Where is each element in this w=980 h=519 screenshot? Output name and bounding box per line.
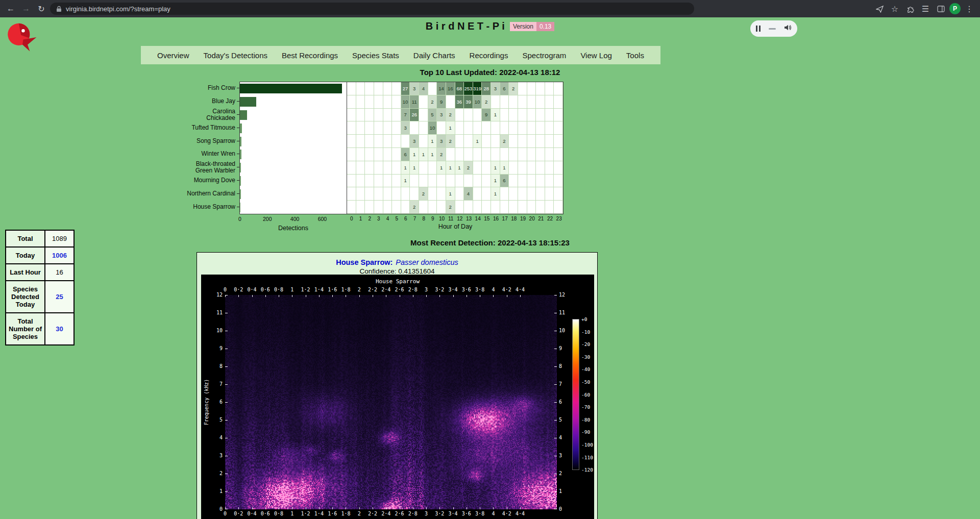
audio-player[interactable] xyxy=(750,20,797,37)
stats-value[interactable]: 1006 xyxy=(45,247,74,264)
heatmap-cell xyxy=(518,201,527,214)
heatmap-cell: 2 xyxy=(437,148,446,161)
time-tick-label: 2·4 xyxy=(381,511,390,516)
hour-tick-label: 18 xyxy=(509,216,519,221)
heatmap-cell xyxy=(518,135,527,148)
pause-icon[interactable] xyxy=(756,26,761,32)
stats-row: Species Detected Today25 xyxy=(6,281,74,313)
forward-icon[interactable]: → xyxy=(19,2,33,15)
heatmap-cell: 1 xyxy=(428,148,437,161)
time-tick-label: 1 xyxy=(290,287,293,292)
nav-item-best-recordings[interactable]: Best Recordings xyxy=(282,51,338,60)
send-icon[interactable] xyxy=(873,2,886,15)
heatmap-cell xyxy=(545,175,554,188)
hour-tick-label: 4 xyxy=(383,216,393,221)
heatmap-cell: 9 xyxy=(482,109,491,122)
heatmap-cell xyxy=(365,187,374,201)
heatmap-cell xyxy=(545,187,554,201)
nav-item-tools[interactable]: Tools xyxy=(626,51,644,60)
heatmap-cell xyxy=(473,187,482,201)
nav-item-species-stats[interactable]: Species Stats xyxy=(352,51,399,60)
detection-count-bar xyxy=(240,163,241,172)
heatmap-cell: 4 xyxy=(464,187,473,201)
bar-tick-label: 400 xyxy=(290,216,300,222)
back-icon[interactable]: ← xyxy=(4,2,17,15)
nav-item-daily-charts[interactable]: Daily Charts xyxy=(413,51,455,60)
heatmap-cell: 26 xyxy=(410,109,419,122)
heatmap-cell xyxy=(428,187,437,201)
heatmap-cell: 1 xyxy=(401,175,410,188)
birdnet-pi-page: B i r d N E T - P iVersion0.13 OverviewT… xyxy=(0,17,980,519)
nav-item-view-log[interactable]: View Log xyxy=(580,51,611,60)
nav-item-spectrogram[interactable]: Spectrogram xyxy=(522,51,566,60)
heatmap-cell: 1 xyxy=(437,161,446,175)
bookmark-star-icon[interactable]: ☆ xyxy=(888,2,901,15)
stats-label: Today xyxy=(6,247,45,264)
heatmap-cell xyxy=(392,175,401,188)
stats-value[interactable]: 25 xyxy=(45,281,74,313)
freq-tick-label: 0 xyxy=(212,506,223,512)
heatmap-cell: 2 xyxy=(446,135,455,148)
heatmap-cell xyxy=(500,187,509,201)
db-tick-label: -60 xyxy=(581,392,590,398)
bar-tick-label: 200 xyxy=(263,216,272,222)
hour-axis-ticks: 01234567891011121314151617181920212223 xyxy=(347,216,564,221)
heatmap-cell: 27 xyxy=(401,82,410,95)
heatmap-cell xyxy=(437,187,446,201)
volume-icon[interactable] xyxy=(783,23,792,34)
reload-icon[interactable]: ↻ xyxy=(35,2,48,15)
side-panel-icon[interactable] xyxy=(934,2,947,15)
extensions-puzzle-icon[interactable] xyxy=(903,2,917,15)
species-label: Tufted Titmouse xyxy=(153,121,239,134)
heatmap-cell xyxy=(356,135,365,148)
bar-row xyxy=(240,82,347,95)
audio-scrubber[interactable] xyxy=(769,28,776,30)
time-tick-label: 1·6 xyxy=(328,287,337,292)
time-tick-label: 0·2 xyxy=(234,511,243,516)
heatmap-cell xyxy=(527,121,536,135)
heatmap-cell xyxy=(527,148,536,161)
nav-item-recordings[interactable]: Recordings xyxy=(470,51,508,60)
bar-row xyxy=(240,187,347,201)
time-tick-label: 1 xyxy=(290,511,293,516)
heatmap-cell xyxy=(527,187,536,201)
time-tick-label: 0 xyxy=(224,287,227,292)
profile-avatar[interactable]: P xyxy=(949,3,961,14)
time-tick-label: 4·2 xyxy=(502,287,511,292)
time-tick-label: 2·6 xyxy=(395,287,404,292)
species-label: House Sparrow xyxy=(153,200,239,213)
stats-value: 16 xyxy=(45,264,74,281)
heatmap-cell xyxy=(347,95,356,109)
heatmap-cell xyxy=(473,201,482,214)
heatmap-cell: 1 xyxy=(455,161,464,175)
stats-value[interactable]: 30 xyxy=(45,313,74,345)
heatmap-cell xyxy=(356,175,365,188)
nav-item-today-s-detections[interactable]: Today's Detections xyxy=(204,51,267,60)
heatmap-cell: 3 xyxy=(410,82,419,95)
species-label: Blue Jay xyxy=(153,95,239,108)
detection-species[interactable]: House Sparrow: xyxy=(336,258,393,266)
heatmap-cell xyxy=(554,187,563,201)
heatmap-cell xyxy=(518,175,527,188)
page-title: B i r d N E T - P i xyxy=(426,20,505,32)
heatmap-cell xyxy=(374,175,383,188)
menu-kebab-icon[interactable]: ⋮ xyxy=(963,2,976,15)
stats-row: Today1006 xyxy=(6,247,74,264)
heatmap-cell xyxy=(437,175,446,188)
heatmap-cell xyxy=(383,187,393,201)
time-tick-label: 3·6 xyxy=(462,511,471,516)
heatmap-cell xyxy=(374,201,383,214)
freq-tick-label: 5 xyxy=(559,417,569,423)
reading-list-icon[interactable]: ☰ xyxy=(919,2,932,15)
db-tick-label: -90 xyxy=(581,429,590,435)
heatmap-cell xyxy=(347,187,356,201)
heatmap-cell: 10 xyxy=(401,95,410,109)
heatmap-cell: 1 xyxy=(428,135,437,148)
heatmap-cell xyxy=(356,148,365,161)
url-bar[interactable]: virginia.birdnetpi.com/?stream=play xyxy=(50,3,694,15)
nav-item-overview[interactable]: Overview xyxy=(157,51,189,60)
heatmap-cell xyxy=(482,148,491,161)
time-tick-label: 1·8 xyxy=(341,287,350,292)
heatmap-cell xyxy=(374,95,383,109)
heatmap-cell: 2 xyxy=(446,109,455,122)
